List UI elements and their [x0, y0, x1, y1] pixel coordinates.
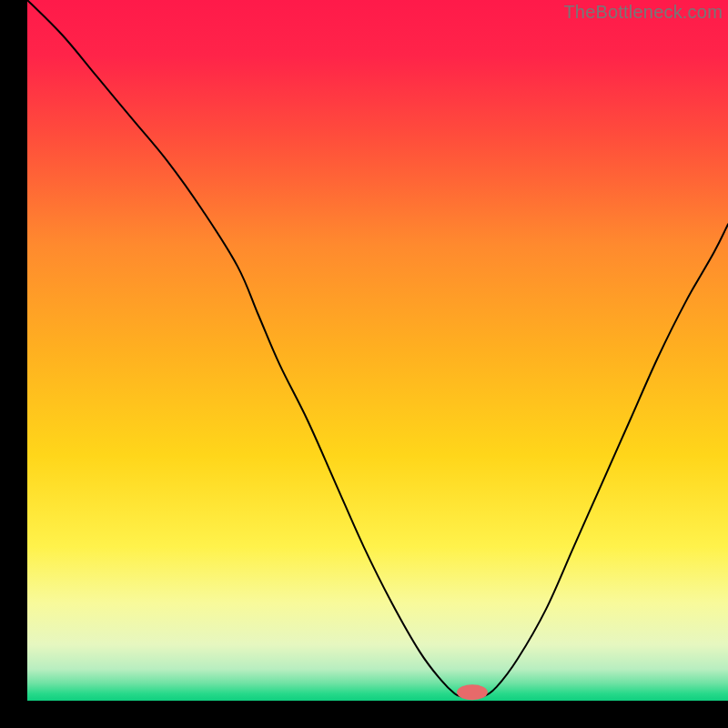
watermark-text: TheBottleneck.com [563, 2, 723, 23]
gradient-background [27, 0, 728, 701]
highlight-pill [457, 684, 488, 700]
chart-container: TheBottleneck.com [0, 0, 728, 728]
chart-svg [27, 0, 728, 701]
annotation-group [457, 684, 488, 700]
plot-area [27, 0, 728, 701]
